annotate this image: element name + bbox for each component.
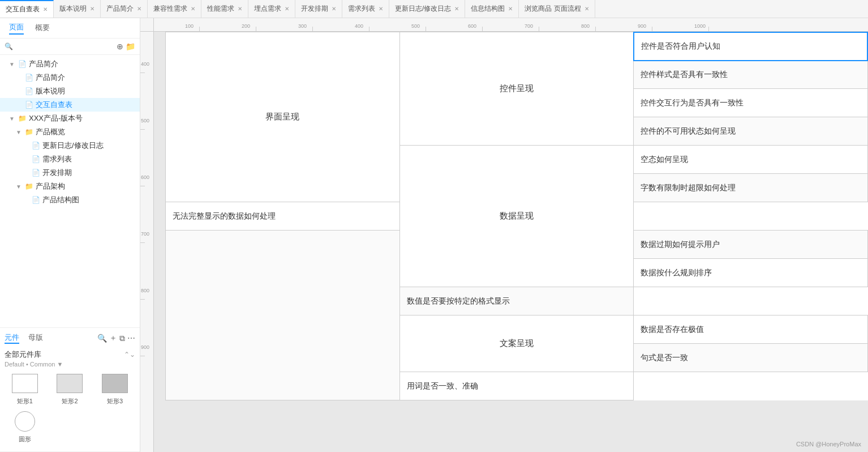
ruler-tick-600: 600 [468, 23, 476, 29]
folder-icon[interactable]: 📁 [126, 42, 135, 51]
table-cell-category-empty [166, 231, 400, 400]
component-label: 圆形 [19, 435, 31, 444]
tab-chanpinjianjieshao[interactable]: 产品简介 ✕ [101, 0, 148, 18]
tab-elements[interactable]: 元件 [5, 332, 19, 344]
tab-gengxinrizhi[interactable]: 更新日志/修改日志 ✕ [389, 0, 465, 18]
file-icon: 📄 [32, 196, 40, 204]
sidebar-nav-overview[interactable]: 概要 [35, 23, 50, 34]
tree-item-chanpinjianjieshao-folder[interactable]: ▼ 📄 产品简介 [0, 57, 140, 71]
tree-item-chanpinjiegootu[interactable]: 📄 产品结构图 [0, 193, 140, 207]
tree-item-chanpinjianjieshao-file[interactable]: 📄 产品简介 [0, 71, 140, 84]
tab-label: 更新日志/修改日志 [395, 4, 451, 14]
tab-master[interactable]: 母版 [28, 332, 43, 344]
sidebar-search: 🔍 ⊕ 📁 [0, 39, 140, 55]
table-cell-item: 数据过期如何提示用户 [634, 231, 868, 259]
tree-item-jiaohuzichajiao[interactable]: 📄 交互自查表 [0, 98, 140, 112]
file-icon: 📄 [32, 155, 40, 163]
search-input[interactable] [15, 42, 114, 50]
tree-item-kaifapaiqii[interactable]: 📄 开发排期 [0, 166, 140, 180]
file-icon: 📄 [32, 169, 40, 177]
folder-icon: 📁 [18, 114, 27, 122]
close-icon[interactable]: ✕ [238, 6, 242, 12]
tab-liulanshangpin[interactable]: 浏览商品 页面流程 ✕ [519, 0, 595, 18]
tree-item-banbengshuoming[interactable]: 📄 版本说明 [0, 84, 140, 98]
tab-label: 信息结构图 [471, 4, 505, 14]
close-icon[interactable]: ✕ [508, 6, 513, 12]
ruler-corner [140, 18, 154, 32]
ruler-tick-v-500: 500 [141, 118, 149, 123]
tab-xinxijieguotu[interactable]: 信息结构图 ✕ [465, 0, 519, 18]
tree-item-chanpinjiagou-folder[interactable]: ▼ 📁 产品架构 [0, 180, 140, 193]
tab-maidianxuqiu[interactable]: 埋点需求 ✕ [248, 0, 295, 18]
add-page-icon[interactable]: ⊕ [117, 42, 123, 51]
ruler-tick-500: 500 [411, 23, 420, 29]
expand-icon[interactable]: ⌃⌄ [124, 351, 135, 359]
ruler-tick-200: 200 [242, 23, 250, 29]
tab-kaifapaiqii[interactable]: 开发排期 ✕ [295, 0, 342, 18]
table-cell-item: 用词是否一致、准确 [399, 372, 634, 400]
close-icon[interactable]: ✕ [585, 6, 589, 12]
tab-label: 交互自查表 [6, 5, 40, 14]
ruler-tick-800: 800 [581, 23, 590, 29]
component-circle[interactable]: 圆形 [5, 410, 45, 444]
component-rect2[interactable]: 矩形2 [50, 372, 91, 406]
close-icon[interactable]: ✕ [43, 6, 48, 12]
search-icon[interactable]: 🔍 [97, 334, 107, 343]
table-cell-item: 控件交互行为是否具有一致性 [634, 89, 868, 117]
folder-icon: 📁 [25, 182, 33, 190]
watermark: CSDN @HoneyProMax [796, 441, 861, 447]
table-cell-item-highlighted: 控件是否符合用户认知 [634, 32, 868, 61]
tree-item-xxxproduct-folder[interactable]: ▼ 📁 XXX产品-版本号 [0, 112, 140, 125]
add-icon[interactable]: ＋ [109, 333, 117, 343]
sidebar: 页面 概要 🔍 ⊕ 📁 ▼ 📄 产品简介 📄 [0, 18, 140, 452]
tab-bar: 交互自查表 ✕ 版本说明 ✕ 产品简介 ✕ 兼容性需求 ✕ 性能需求 ✕ 埋点需… [0, 0, 868, 18]
table-cell-item: 无法完整显示的数据如何处理 [166, 202, 400, 231]
tree-item-chanpingailan-folder[interactable]: ▼ 📁 产品概览 [0, 125, 140, 139]
file-icon: 📄 [25, 87, 33, 95]
close-icon[interactable]: ✕ [191, 6, 195, 12]
tab-xingnengxuqiu[interactable]: 性能需求 ✕ [201, 0, 248, 18]
close-icon[interactable]: ✕ [332, 6, 336, 12]
tree-item-label: 开发排期 [42, 168, 135, 178]
sidebar-nav-page[interactable]: 页面 [9, 22, 24, 35]
copy-icon[interactable]: ⧉ [119, 334, 125, 343]
ruler-tick-v-800: 800 [141, 288, 149, 293]
component-label: 矩形2 [62, 397, 78, 406]
table-cell-item: 控件样式是否具有一致性 [634, 61, 868, 89]
lib-name: 全部元件库 [5, 349, 41, 360]
checklist-table: 跳转名称与目的是否一致 是否充分考虑了操作的容错性 界面呈现 控件呈现 [165, 32, 868, 400]
table-cell-item: 数值是否要按特定的格式显示 [399, 287, 634, 315]
more-icon[interactable]: ⋯ [127, 334, 135, 343]
file-icon: 📄 [25, 101, 33, 109]
tree-view[interactable]: ▼ 📄 产品简介 📄 产品简介 📄 版本说明 � [0, 55, 140, 327]
tree-item-xuqiuliebiao[interactable]: 📄 需求列表 [0, 152, 140, 166]
tab-jiaohuzichajiao[interactable]: 交互自查表 ✕ [0, 0, 54, 18]
close-icon[interactable]: ✕ [285, 6, 289, 12]
section-tabs: 元件 母版 [5, 332, 43, 344]
close-icon[interactable]: ✕ [379, 6, 383, 12]
file-icon: 📄 [32, 142, 40, 150]
arrow-icon: ▼ [16, 129, 23, 135]
folder-doc-icon: 📄 [18, 60, 27, 68]
ruler-tick-1000: 1000 [694, 23, 706, 29]
tab-jianrongxingxuqiu[interactable]: 兼容性需求 ✕ [148, 0, 201, 18]
component-grid: 矩形1 矩形2 矩形3 圆形 [5, 368, 135, 448]
ruler-tick-300: 300 [298, 23, 307, 29]
table-cell-item: 数据按什么规则排序 [634, 259, 868, 287]
tab-label: 兼容性需求 [153, 4, 187, 14]
tab-label: 产品简介 [106, 4, 134, 14]
canvas-area: 100 200 300 400 500 600 700 800 900 1000 [140, 18, 868, 452]
tab-xuqiuliebiao[interactable]: 需求列表 ✕ [342, 0, 389, 18]
component-rect3[interactable]: 矩形3 [94, 372, 135, 406]
tree-item-label: 需求列表 [42, 154, 135, 164]
tab-banbengshuoming[interactable]: 版本说明 ✕ [54, 0, 101, 18]
ruler-tick-400: 400 [355, 23, 363, 29]
component-rect1[interactable]: 矩形1 [5, 372, 45, 406]
tree-item-label: 产品简介 [36, 73, 135, 83]
close-icon[interactable]: ✕ [137, 6, 141, 12]
close-icon[interactable]: ✕ [90, 6, 94, 12]
canvas-scroll[interactable]: 跳转名称与目的是否一致 是否充分考虑了操作的容错性 界面呈现 控件呈现 [154, 32, 868, 452]
close-icon[interactable]: ✕ [454, 6, 459, 12]
ruler-tick-v-900: 900 [141, 344, 149, 350]
tree-item-gengxinrizhi[interactable]: 📄 更新日志/修改日志 [0, 139, 140, 152]
